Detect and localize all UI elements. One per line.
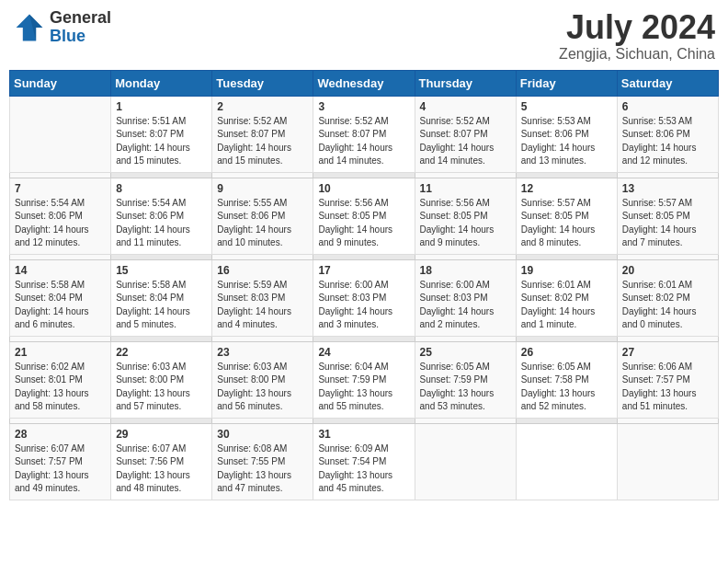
calendar-cell: 22Sunrise: 6:03 AM Sunset: 8:00 PM Dayli… — [111, 341, 212, 418]
day-info: Sunrise: 6:05 AM Sunset: 7:59 PM Dayligh… — [420, 361, 511, 414]
day-number: 29 — [116, 428, 207, 441]
day-info: Sunrise: 6:01 AM Sunset: 8:02 PM Dayligh… — [622, 279, 713, 332]
weekday-header: Friday — [516, 70, 617, 96]
calendar-cell: 28Sunrise: 6:07 AM Sunset: 7:57 PM Dayli… — [10, 423, 111, 500]
calendar-cell: 26Sunrise: 6:05 AM Sunset: 7:58 PM Dayli… — [516, 341, 617, 418]
calendar-week-row: 21Sunrise: 6:02 AM Sunset: 8:01 PM Dayli… — [10, 341, 719, 418]
day-number: 1 — [116, 100, 207, 113]
logo-line1: General — [50, 9, 111, 28]
calendar-cell: 9Sunrise: 5:55 AM Sunset: 8:06 PM Daylig… — [212, 178, 313, 254]
calendar-cell: 7Sunrise: 5:54 AM Sunset: 8:06 PM Daylig… — [10, 178, 111, 254]
day-info: Sunrise: 5:52 AM Sunset: 8:07 PM Dayligh… — [217, 115, 308, 168]
page-subtitle: Zengjia, Sichuan, China — [559, 46, 715, 63]
day-info: Sunrise: 5:57 AM Sunset: 8:05 PM Dayligh… — [521, 197, 612, 250]
weekday-header: Thursday — [415, 70, 516, 96]
day-number: 10 — [318, 182, 409, 195]
day-info: Sunrise: 6:02 AM Sunset: 8:01 PM Dayligh… — [15, 361, 106, 414]
day-info: Sunrise: 6:05 AM Sunset: 7:58 PM Dayligh… — [521, 361, 612, 414]
page-title: July 2024 — [559, 9, 715, 46]
day-number: 31 — [318, 428, 409, 441]
day-info: Sunrise: 5:59 AM Sunset: 8:03 PM Dayligh… — [217, 279, 308, 332]
logo: General Blue — [13, 9, 111, 46]
day-info: Sunrise: 6:00 AM Sunset: 8:03 PM Dayligh… — [318, 279, 409, 332]
day-info: Sunrise: 5:58 AM Sunset: 8:04 PM Dayligh… — [15, 279, 106, 332]
day-number: 25 — [420, 346, 511, 359]
day-info: Sunrise: 6:09 AM Sunset: 7:54 PM Dayligh… — [318, 442, 409, 496]
calendar-cell: 8Sunrise: 5:54 AM Sunset: 8:06 PM Daylig… — [111, 178, 212, 254]
day-number: 26 — [521, 346, 612, 359]
calendar-cell: 19Sunrise: 6:01 AM Sunset: 8:02 PM Dayli… — [516, 259, 617, 336]
day-info: Sunrise: 5:51 AM Sunset: 8:07 PM Dayligh… — [116, 115, 207, 168]
day-info: Sunrise: 5:53 AM Sunset: 8:06 PM Dayligh… — [521, 115, 612, 168]
calendar-cell: 10Sunrise: 5:56 AM Sunset: 8:05 PM Dayli… — [313, 178, 415, 254]
calendar-header-row: SundayMondayTuesdayWednesdayThursdayFrid… — [10, 70, 719, 96]
weekday-header: Sunday — [10, 70, 111, 96]
calendar-cell: 21Sunrise: 6:02 AM Sunset: 8:01 PM Dayli… — [10, 341, 111, 418]
day-info: Sunrise: 5:52 AM Sunset: 8:07 PM Dayligh… — [420, 115, 511, 168]
day-number: 8 — [116, 182, 207, 195]
calendar-cell: 18Sunrise: 6:00 AM Sunset: 8:03 PM Dayli… — [415, 259, 516, 336]
day-number: 16 — [217, 264, 308, 277]
day-number: 21 — [15, 346, 106, 359]
day-info: Sunrise: 5:54 AM Sunset: 8:06 PM Dayligh… — [15, 197, 106, 250]
weekday-header: Saturday — [617, 70, 718, 96]
calendar-cell: 29Sunrise: 6:07 AM Sunset: 7:56 PM Dayli… — [111, 423, 212, 500]
calendar-cell: 4Sunrise: 5:52 AM Sunset: 8:07 PM Daylig… — [415, 96, 516, 172]
logo-line2: Blue — [50, 28, 111, 46]
calendar-table: SundayMondayTuesdayWednesdayThursdayFrid… — [9, 70, 719, 500]
calendar-cell: 24Sunrise: 6:04 AM Sunset: 7:59 PM Dayli… — [313, 341, 415, 418]
day-number: 2 — [217, 100, 308, 113]
day-number: 20 — [622, 264, 713, 277]
day-number: 22 — [116, 346, 207, 359]
calendar-cell: 1Sunrise: 5:51 AM Sunset: 8:07 PM Daylig… — [111, 96, 212, 172]
logo-icon — [13, 11, 46, 44]
calendar-cell: 15Sunrise: 5:58 AM Sunset: 8:04 PM Dayli… — [111, 259, 212, 336]
day-number: 12 — [521, 182, 612, 195]
calendar-cell: 14Sunrise: 5:58 AM Sunset: 8:04 PM Dayli… — [10, 259, 111, 336]
title-block: July 2024 Zengjia, Sichuan, China — [559, 9, 715, 63]
day-info: Sunrise: 6:07 AM Sunset: 7:56 PM Dayligh… — [116, 442, 207, 496]
calendar-cell: 11Sunrise: 5:56 AM Sunset: 8:05 PM Dayli… — [415, 178, 516, 254]
calendar-cell — [10, 96, 111, 172]
weekday-header: Tuesday — [212, 70, 313, 96]
calendar-cell: 20Sunrise: 6:01 AM Sunset: 8:02 PM Dayli… — [617, 259, 718, 336]
day-info: Sunrise: 5:56 AM Sunset: 8:05 PM Dayligh… — [318, 197, 409, 250]
day-number: 17 — [318, 264, 409, 277]
calendar-cell: 13Sunrise: 5:57 AM Sunset: 8:05 PM Dayli… — [617, 178, 718, 254]
calendar-cell: 31Sunrise: 6:09 AM Sunset: 7:54 PM Dayli… — [313, 423, 415, 500]
calendar-week-row: 28Sunrise: 6:07 AM Sunset: 7:57 PM Dayli… — [10, 423, 719, 500]
page-header: General Blue July 2024 Zengjia, Sichuan,… — [9, 9, 719, 63]
day-number: 28 — [15, 428, 106, 441]
calendar-cell: 16Sunrise: 5:59 AM Sunset: 8:03 PM Dayli… — [212, 259, 313, 336]
weekday-header: Monday — [111, 70, 212, 96]
day-number: 7 — [15, 182, 106, 195]
day-number: 19 — [521, 264, 612, 277]
day-number: 5 — [521, 100, 612, 113]
day-number: 23 — [217, 346, 308, 359]
day-number: 18 — [420, 264, 511, 277]
calendar-cell — [617, 423, 718, 500]
day-info: Sunrise: 5:58 AM Sunset: 8:04 PM Dayligh… — [116, 279, 207, 332]
day-info: Sunrise: 6:03 AM Sunset: 8:00 PM Dayligh… — [217, 361, 308, 414]
logo-text: General Blue — [50, 9, 111, 46]
day-info: Sunrise: 5:56 AM Sunset: 8:05 PM Dayligh… — [420, 197, 511, 250]
day-info: Sunrise: 6:06 AM Sunset: 7:57 PM Dayligh… — [622, 361, 713, 414]
calendar-week-row: 7Sunrise: 5:54 AM Sunset: 8:06 PM Daylig… — [10, 178, 719, 254]
day-number: 27 — [622, 346, 713, 359]
day-info: Sunrise: 6:00 AM Sunset: 8:03 PM Dayligh… — [420, 279, 511, 332]
day-number: 11 — [420, 182, 511, 195]
day-info: Sunrise: 6:07 AM Sunset: 7:57 PM Dayligh… — [15, 442, 106, 496]
day-info: Sunrise: 5:54 AM Sunset: 8:06 PM Dayligh… — [116, 197, 207, 250]
day-number: 9 — [217, 182, 308, 195]
day-info: Sunrise: 6:03 AM Sunset: 8:00 PM Dayligh… — [116, 361, 207, 414]
calendar-cell: 2Sunrise: 5:52 AM Sunset: 8:07 PM Daylig… — [212, 96, 313, 172]
day-info: Sunrise: 5:52 AM Sunset: 8:07 PM Dayligh… — [318, 115, 409, 168]
day-number: 14 — [15, 264, 106, 277]
calendar-cell — [415, 423, 516, 500]
day-number: 13 — [622, 182, 713, 195]
day-number: 4 — [420, 100, 511, 113]
day-number: 30 — [217, 428, 308, 441]
day-info: Sunrise: 5:55 AM Sunset: 8:06 PM Dayligh… — [217, 197, 308, 250]
day-info: Sunrise: 6:04 AM Sunset: 7:59 PM Dayligh… — [318, 361, 409, 414]
day-number: 3 — [318, 100, 409, 113]
